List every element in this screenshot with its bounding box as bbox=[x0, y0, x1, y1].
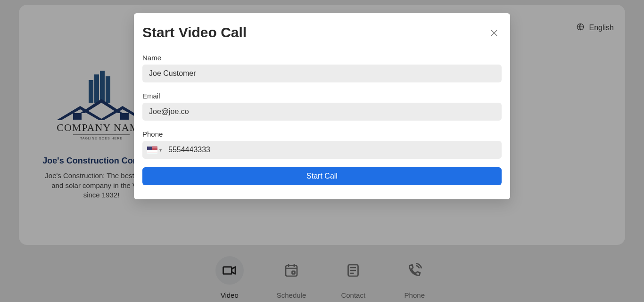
phone-input[interactable] bbox=[166, 141, 502, 159]
phone-field-row: ▾ bbox=[142, 141, 502, 159]
name-label: Name bbox=[142, 54, 502, 62]
chevron-down-icon: ▾ bbox=[159, 147, 162, 153]
modal-title: Start Video Call bbox=[142, 24, 502, 41]
phone-label: Phone bbox=[142, 130, 502, 138]
start-video-call-modal: Start Video Call Name Email Phone ▾ Star… bbox=[134, 13, 510, 199]
country-code-select[interactable]: ▾ bbox=[142, 147, 166, 153]
close-button[interactable] bbox=[488, 27, 500, 39]
name-input[interactable] bbox=[142, 65, 502, 82]
us-flag-icon bbox=[147, 147, 157, 153]
close-icon bbox=[488, 27, 500, 39]
email-input[interactable] bbox=[142, 103, 502, 121]
start-call-button[interactable]: Start Call bbox=[142, 167, 502, 185]
email-label: Email bbox=[142, 92, 502, 100]
